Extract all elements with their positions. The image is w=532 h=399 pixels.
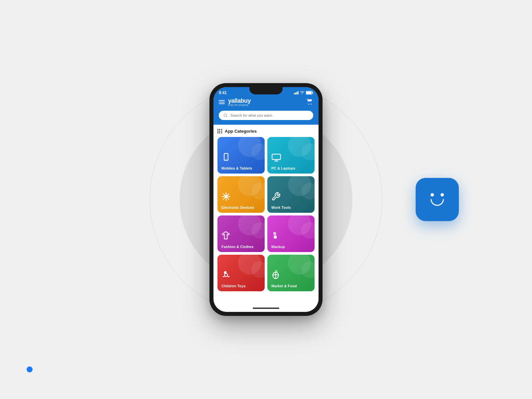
brand-tagline: Enjoy the shopping (228, 104, 251, 106)
brand-logo: yallabuy Enjoy the shopping (228, 98, 251, 106)
phone-device: 9:41 (209, 83, 323, 316)
fashion-icon (221, 231, 230, 243)
brand-name: yallabuy (228, 98, 251, 104)
battery-icon (306, 91, 313, 95)
svg-rect-0 (294, 93, 295, 94)
categories-section: App Categories Mobiles & Tablets (213, 125, 319, 305)
phone-screen: 9:41 (213, 87, 319, 312)
search-bar[interactable] (219, 111, 313, 120)
signal-icon (294, 91, 299, 94)
search-container (213, 111, 319, 125)
svg-rect-3 (298, 91, 299, 94)
pc-icon (271, 153, 281, 164)
status-time: 9:41 (219, 90, 227, 95)
worktools-icon (271, 192, 281, 203)
children-icon (221, 270, 231, 282)
fashion-label: Fashion & Clothes (221, 245, 254, 249)
category-children[interactable]: Children Toys (217, 255, 265, 291)
mackup-label: Mackup (271, 245, 285, 249)
category-mobiles[interactable]: Mobiles & Tablets (217, 137, 265, 174)
pc-label: PC & Laptops (271, 166, 295, 170)
app-icon (416, 178, 459, 221)
category-worktools[interactable]: Work Tools (267, 176, 315, 213)
categories-grid: Mobiles & Tablets PC & Laptops (217, 137, 315, 291)
status-bar: 9:41 (213, 87, 319, 96)
mobiles-icon (221, 153, 231, 164)
svg-rect-18 (275, 236, 276, 238)
mackup-icon (271, 231, 280, 243)
electronic-label: Electronic Devices (221, 205, 254, 209)
header-left: yallabuy Enjoy the shopping (219, 98, 251, 106)
search-icon (223, 113, 228, 118)
notch (249, 87, 283, 94)
svg-rect-5 (306, 91, 312, 94)
electronic-icon (221, 192, 231, 203)
smiley-mouth (431, 199, 444, 206)
menu-button[interactable] (219, 100, 225, 104)
home-indicator-bar (253, 308, 279, 309)
home-indicator (213, 305, 319, 312)
smiley-face (431, 193, 444, 206)
app-header: yallabuy Enjoy the shopping (213, 96, 319, 111)
smiley-eye-right (441, 193, 444, 197)
children-label: Children Toys (221, 284, 246, 288)
category-mackup[interactable]: Mackup (267, 215, 315, 252)
status-icons (294, 91, 313, 95)
svg-rect-12 (272, 154, 280, 160)
category-pc[interactable]: PC & Laptops (267, 137, 315, 174)
wifi-icon (300, 91, 305, 94)
svg-rect-6 (313, 92, 313, 94)
market-icon (271, 270, 280, 282)
category-market[interactable]: Market & Food (267, 255, 315, 291)
svg-rect-2 (297, 92, 298, 94)
svg-point-7 (308, 103, 309, 104)
svg-rect-1 (295, 92, 296, 94)
cart-button[interactable] (306, 98, 313, 106)
category-fashion[interactable]: Fashion & Clothes (217, 215, 265, 252)
svg-rect-15 (224, 195, 227, 198)
svg-point-9 (224, 114, 227, 117)
grid-icon (217, 129, 222, 133)
mobiles-label: Mobiles & Tablets (221, 166, 252, 170)
categories-title: App Categories (225, 129, 257, 134)
blue-dot-decoration (27, 366, 33, 372)
svg-point-8 (311, 103, 312, 104)
smiley-eyes (431, 193, 444, 197)
category-electronic[interactable]: Electronic Devices (217, 176, 265, 213)
worktools-label: Work Tools (271, 205, 291, 209)
search-input[interactable] (230, 113, 309, 117)
market-label: Market & Food (271, 284, 297, 288)
smiley-eye-left (431, 193, 434, 197)
categories-header: App Categories (217, 129, 315, 134)
